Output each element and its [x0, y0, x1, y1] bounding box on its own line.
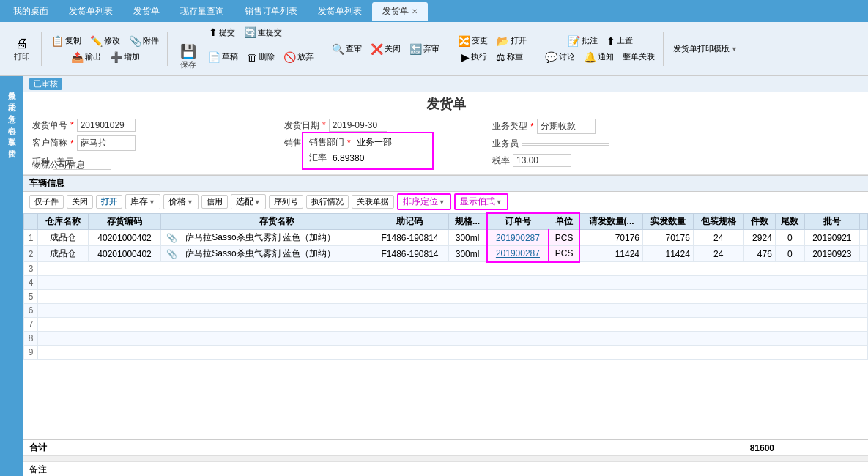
nav-desktop[interactable]: 我的桌面 — [3, 2, 59, 21]
table-body: 1 成品仓 40201000402 📎 萨马拉Sasso杀虫气雾剂 蓝色（加纳）… — [24, 230, 868, 360]
sort-pos-button[interactable]: 排序定位 ▼ — [397, 193, 451, 210]
horizontal-scroll[interactable] — [23, 455, 868, 461]
nav-shiplist2[interactable]: 发货单列表 — [308, 2, 372, 21]
sales-value[interactable] — [522, 143, 609, 146]
close-all-button[interactable]: 整单关联 — [619, 50, 659, 64]
row2-order-no[interactable]: 201900287 — [487, 246, 549, 262]
customer-label: 客户简称 — [32, 137, 67, 149]
date-value[interactable]: 2019-09-30 — [329, 119, 387, 132]
highlight-box: 销售部门 * 业务一部 汇率 6.89380 — [302, 132, 434, 170]
print-template-button[interactable]: 发货单打印模版 ▼ — [669, 42, 741, 56]
exec-status[interactable]: 执行情况 — [306, 195, 349, 209]
sidebar-item-report[interactable]: 表中心 — [4, 114, 21, 126]
customer-value[interactable]: 萨马拉 — [77, 135, 136, 151]
edit-button[interactable]: ✏️ 修改 — [86, 34, 124, 48]
stock-button[interactable]: 库存 ▼ — [125, 194, 160, 209]
logistics-label: 物流公司信息 — [32, 160, 85, 170]
credit-button[interactable]: 信用 — [201, 195, 228, 209]
weigh-button[interactable]: ⚖ 称重 — [492, 50, 527, 64]
row1-extra — [860, 230, 868, 246]
th-actual-qty: 实发数量 — [643, 213, 694, 230]
change-button[interactable]: 🔀 变更 — [454, 34, 492, 48]
open-table-button[interactable]: 打开 — [96, 195, 122, 209]
highlight-rate-val[interactable]: 6.89380 — [333, 153, 364, 163]
nav-sale-order-list[interactable]: 销售订单列表 — [234, 2, 308, 21]
stock-dropdown-icon: ▼ — [149, 198, 155, 206]
data-table: 仓库名称 存货编码 存货名称 助记码 规格... 订单号 单位 请发数量(...… — [23, 212, 868, 360]
row2-name: 萨马拉Sasso杀虫气雾剂 蓝色（加纳） — [182, 246, 371, 262]
toolbar-group-submit: ⬆ 提交 🔄 重提交 💾 保存 📄 草稿 🗑 删除 — [169, 23, 322, 74]
note-button[interactable]: 📝 批注 — [564, 34, 601, 48]
table-row: 5 — [24, 290, 868, 304]
action-bottom: ▶ 执行 ⚖ 称重 — [458, 50, 527, 64]
price-button[interactable]: 价格 ▼ — [163, 194, 199, 209]
close-tab-icon[interactable]: ✕ — [412, 7, 418, 15]
tax-label: 税率 — [492, 155, 510, 167]
delete-button[interactable]: 🗑 删除 — [243, 41, 278, 72]
form-area: 发货单号 * 201901029 客户简称 * 萨马拉 币种 美元 发货日期 — [23, 116, 868, 175]
comm-top: 📝 批注 ⬆ 上置 — [564, 34, 637, 48]
weigh-icon: ⚖ — [496, 51, 505, 63]
submit-icon: ⬆ — [209, 26, 218, 38]
close-order-button[interactable]: ❌ 关闭 — [367, 42, 404, 56]
up-button[interactable]: ⬆ 上置 — [603, 34, 637, 48]
abandon-icon: 🔙 — [409, 43, 422, 55]
th-code: 存货编码 — [88, 213, 161, 230]
row2-code: 40201000402 — [88, 246, 161, 262]
match-button[interactable]: 选配 ▼ — [231, 194, 266, 209]
th-order-no: 订单号 — [487, 213, 549, 230]
highlight-dept-val[interactable]: 业务一部 — [357, 136, 392, 149]
open-button[interactable]: 📂 打开 — [493, 34, 530, 48]
sidebar-item-nav[interactable]: 务导航 — [4, 79, 21, 91]
sidebar-item-func[interactable]: 用功能 — [4, 91, 21, 103]
biztype-label: 业务类型 — [492, 120, 527, 133]
audit-button[interactable]: 🔍 查审 — [328, 42, 366, 56]
biztype-value[interactable]: 分期收款 — [537, 119, 596, 134]
execute-button[interactable]: ▶ 执行 — [458, 50, 491, 64]
resubmit-button[interactable]: 🔄 重提交 — [240, 25, 286, 40]
abandon-button[interactable]: 🔙 弃审 — [406, 42, 443, 56]
orderno-value[interactable]: 201901029 — [77, 119, 136, 132]
tax-value: 13.00 — [513, 154, 571, 167]
print-button[interactable]: 🖨 打印 — [7, 34, 37, 64]
nav-shiplist1[interactable]: 发货单列表 — [59, 2, 123, 21]
display-button[interactable]: 显示伯式 ▼ — [454, 193, 508, 210]
child-item-button[interactable]: 仅子件 — [29, 195, 64, 209]
related-btn[interactable]: 关联单据 — [352, 195, 394, 209]
save-icon: 💾 — [180, 43, 196, 59]
th-extra — [860, 213, 868, 230]
discuss-button[interactable]: 💬 讨论 — [541, 50, 579, 64]
sidebar-item-org[interactable]: 团管控 — [4, 138, 21, 149]
draft-button[interactable]: 📄 草稿 — [204, 41, 242, 72]
row2-memo: F1486-190814 — [371, 246, 448, 262]
row1-spec: 300ml — [448, 230, 487, 246]
attach-icon: 📎 — [129, 35, 141, 47]
add-button[interactable]: ➕ 增加 — [106, 50, 144, 64]
th-req-qty: 请发数量(... — [579, 213, 642, 230]
form-row-tax: 税率 13.00 — [492, 154, 639, 167]
seq-label: 序列号 — [269, 195, 303, 209]
row1-order-no[interactable]: 201900287 — [487, 230, 549, 246]
row2-req-qty: 11424 — [579, 246, 642, 262]
sidebar-item-internet[interactable]: 业互联 — [4, 126, 21, 138]
export-button[interactable]: 📤 输出 — [67, 50, 105, 64]
footer-total-label: 合计 — [29, 442, 47, 454]
th-icon — [161, 213, 182, 230]
nav-ship[interactable]: 发货单 — [123, 2, 170, 21]
submit-button[interactable]: ⬆ 提交 — [205, 25, 239, 40]
row1-code: 40201000402 — [88, 230, 161, 246]
sidebar-item-task[interactable]: 意任务 — [4, 103, 21, 114]
toolbar-save-sub: 📄 草稿 🗑 删除 🚫 放弃 — [204, 41, 317, 72]
audit-icon: 🔍 — [332, 43, 344, 55]
sales-label: 业务员 — [492, 138, 519, 150]
nav-shiporder-active[interactable]: 发货单 ✕ — [372, 2, 428, 21]
nav-stock-query[interactable]: 现存量查询 — [170, 2, 234, 21]
toolbar-group-audit: 🔍 查审 ❌ 关闭 🔙 弃审 — [324, 40, 448, 58]
copy-button[interactable]: 📋 复制 — [48, 34, 85, 48]
attach-button[interactable]: 📎 附件 — [125, 34, 163, 48]
row1-pieces: 2924 — [743, 230, 775, 246]
notify-button[interactable]: 🔔 通知 — [580, 50, 617, 64]
release-button[interactable]: 🚫 放弃 — [280, 41, 317, 72]
close-table-button[interactable]: 关闭 — [67, 195, 93, 209]
save-button[interactable]: 💾 保存 — [174, 41, 203, 72]
